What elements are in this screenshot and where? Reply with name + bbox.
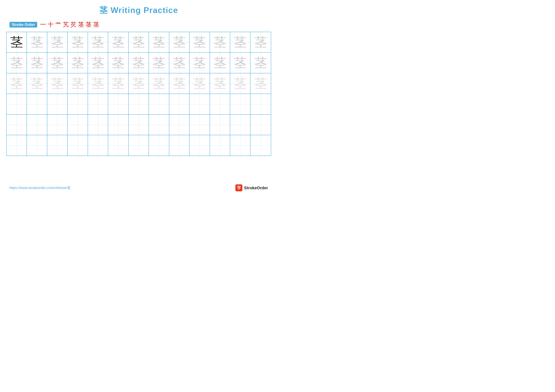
footer-url[interactable]: https://www.strokeorder.com/chinese/茎 — [9, 185, 71, 190]
grid-cell[interactable]: 茎 — [190, 53, 210, 73]
grid-row-6 — [7, 135, 271, 156]
grid-cell[interactable] — [129, 94, 149, 114]
stroke-5: 芡 — [70, 21, 76, 29]
grid-cell[interactable]: 茎 — [169, 32, 190, 52]
grid-cell[interactable] — [129, 135, 149, 156]
grid-cell[interactable] — [88, 94, 108, 114]
stroke-3: 艹 — [55, 21, 61, 29]
grid-row-1: 茎 茎 茎 茎 茎 茎 茎 茎 茎 茎 茎 茎 茎 — [7, 32, 271, 53]
grid-cell[interactable]: 茎 — [27, 53, 47, 73]
grid-cell[interactable]: 茎 — [169, 73, 190, 94]
grid-cell[interactable]: 茎 — [67, 32, 88, 52]
grid-cell[interactable] — [250, 94, 271, 114]
grid-cell[interactable]: 茎 — [250, 53, 271, 73]
grid-cell[interactable]: 茎 — [47, 73, 67, 94]
grid-cell[interactable]: 茎 — [149, 32, 169, 52]
grid-cell[interactable]: 茎 — [190, 32, 210, 52]
grid-cell[interactable] — [27, 115, 47, 135]
stroke-6: 茎 — [78, 21, 84, 29]
logo-icon: 字 — [235, 184, 242, 191]
grid-cell[interactable] — [67, 94, 88, 114]
stroke-order-badge: Stroke Order — [9, 22, 37, 28]
grid-cell[interactable] — [7, 115, 27, 135]
grid-cell[interactable] — [108, 115, 128, 135]
stroke-7: 茎 — [86, 21, 92, 29]
grid-cell[interactable]: 茎 — [210, 73, 230, 94]
grid-cell[interactable]: 茎 — [47, 32, 67, 52]
grid-cell[interactable] — [108, 135, 128, 156]
grid-cell[interactable]: 茎 — [250, 73, 271, 94]
grid-cell[interactable]: 茎 — [88, 32, 108, 52]
grid-cell[interactable] — [210, 115, 230, 135]
logo-text: StrokeOrder — [244, 185, 268, 190]
grid-cell[interactable] — [7, 135, 27, 156]
grid-cell[interactable]: 茎 — [230, 73, 250, 94]
grid-cell[interactable]: 茎 — [47, 53, 67, 73]
grid-cell[interactable] — [47, 94, 67, 114]
stroke-2: 十 — [48, 21, 54, 29]
grid-cell[interactable] — [47, 135, 67, 156]
grid-cell[interactable] — [210, 135, 230, 156]
grid-cell[interactable]: 茎 — [67, 73, 88, 94]
grid-cell[interactable]: 茎 — [129, 73, 149, 94]
page-title: 茎 Writing Practice — [0, 0, 278, 19]
footer-logo: 字 StrokeOrder — [235, 184, 268, 191]
grid-cell[interactable] — [169, 94, 190, 114]
grid-cell[interactable]: 茎 — [7, 53, 27, 73]
grid-cell[interactable] — [47, 115, 67, 135]
grid-row-3: 茎 茎 茎 茎 茎 茎 茎 茎 茎 茎 茎 茎 茎 — [7, 73, 271, 94]
grid-cell[interactable] — [7, 94, 27, 114]
grid-cell[interactable] — [250, 135, 271, 156]
grid-cell[interactable]: 茎 — [7, 32, 27, 52]
grid-cell[interactable] — [67, 115, 88, 135]
grid-cell[interactable]: 茎 — [190, 73, 210, 94]
grid-cell[interactable] — [190, 135, 210, 156]
grid-cell[interactable] — [190, 115, 210, 135]
grid-cell[interactable] — [149, 135, 169, 156]
grid-row-4 — [7, 94, 271, 114]
grid-cell[interactable] — [230, 135, 250, 156]
grid-cell[interactable]: 茎 — [149, 53, 169, 73]
grid-cell[interactable]: 茎 — [149, 73, 169, 94]
grid-cell[interactable] — [88, 135, 108, 156]
grid-cell[interactable]: 茎 — [108, 32, 128, 52]
grid-cell[interactable]: 茎 — [210, 32, 230, 52]
grid-cell[interactable]: 茎 — [88, 73, 108, 94]
grid-cell[interactable] — [88, 115, 108, 135]
grid-cell[interactable]: 茎 — [27, 73, 47, 94]
grid-cell[interactable] — [108, 94, 128, 114]
grid-cell[interactable]: 茎 — [108, 53, 128, 73]
grid-cell[interactable]: 茎 — [88, 53, 108, 73]
grid-cell[interactable] — [67, 135, 88, 156]
grid-cell[interactable]: 茎 — [129, 53, 149, 73]
grid-cell[interactable] — [129, 115, 149, 135]
grid-cell[interactable]: 茎 — [7, 73, 27, 94]
stroke-1: 一 — [40, 21, 46, 29]
grid-cell[interactable] — [169, 135, 190, 156]
grid-cell[interactable]: 茎 — [108, 73, 128, 94]
grid-cell[interactable] — [210, 94, 230, 114]
grid-cell[interactable]: 茎 — [169, 53, 190, 73]
grid-cell[interactable] — [250, 115, 271, 135]
grid-cell[interactable]: 茎 — [230, 32, 250, 52]
grid-cell[interactable] — [230, 115, 250, 135]
stroke-8: 茎 — [93, 21, 99, 29]
grid-cell[interactable] — [149, 94, 169, 114]
grid-cell[interactable] — [27, 135, 47, 156]
title-chinese: 茎 — [99, 6, 108, 15]
grid-cell[interactable]: 茎 — [210, 53, 230, 73]
grid-cell[interactable] — [169, 115, 190, 135]
stroke-4: 艽 — [63, 21, 69, 29]
stroke-order-row: Stroke Order 一 十 艹 艽 芡 茎 茎 茎 — [0, 19, 278, 32]
grid-cell[interactable] — [27, 94, 47, 114]
grid-cell[interactable]: 茎 — [250, 32, 271, 52]
grid-cell[interactable] — [149, 115, 169, 135]
grid-cell[interactable] — [230, 94, 250, 114]
grid-cell[interactable]: 茎 — [67, 53, 88, 73]
grid-cell[interactable]: 茎 — [27, 32, 47, 52]
grid-cell[interactable] — [190, 94, 210, 114]
grid-row-5 — [7, 115, 271, 135]
grid-row-2: 茎 茎 茎 茎 茎 茎 茎 茎 茎 茎 茎 茎 茎 — [7, 53, 271, 73]
grid-cell[interactable]: 茎 — [129, 32, 149, 52]
grid-cell[interactable]: 茎 — [230, 53, 250, 73]
